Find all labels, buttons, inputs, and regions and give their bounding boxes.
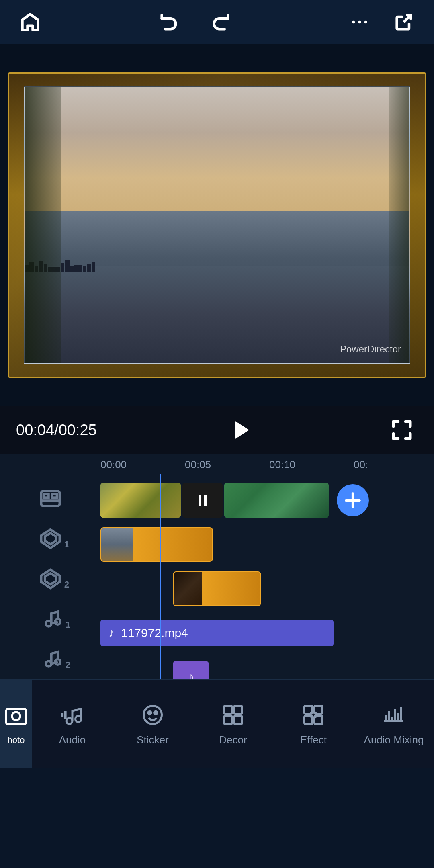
audio2-badge: 2 xyxy=(66,660,70,670)
timeline-area: 00:00 00:05 00:10 00: xyxy=(0,454,434,679)
audio-mixing-nav-icon xyxy=(380,701,408,729)
layer2-badge: 2 xyxy=(64,579,69,590)
audio1-name: 117972.mp4 xyxy=(121,626,188,640)
nav-sticker-label: Sticker xyxy=(137,734,168,746)
nav-audio-mixing-label: Audio Mixing xyxy=(364,734,424,746)
svg-rect-32 xyxy=(224,706,232,714)
video-clip-pause[interactable] xyxy=(182,483,223,518)
svg-point-31 xyxy=(154,711,158,714)
svg-rect-34 xyxy=(224,716,232,724)
main-track-label xyxy=(0,478,100,518)
nav-decor-label: Decor xyxy=(219,734,247,746)
layer1-clip[interactable] xyxy=(100,527,213,562)
layer2-clip[interactable] xyxy=(173,571,261,606)
svg-rect-35 xyxy=(234,716,242,724)
audio1-track: ♪ 117972.mp4 xyxy=(100,611,434,655)
redo-button[interactable] xyxy=(207,8,235,36)
svg-rect-7 xyxy=(52,494,57,497)
layer2-track-label: 2 xyxy=(0,559,100,599)
more-button[interactable] xyxy=(346,8,374,36)
nav-audio-label: Audio xyxy=(59,734,86,746)
svg-rect-33 xyxy=(234,706,242,714)
svg-point-24 xyxy=(12,712,20,720)
video-clip-1[interactable] xyxy=(100,483,181,518)
bottom-navigation: hoto Audio Sticker xyxy=(0,679,434,768)
nav-item-audio-mixing[interactable]: Audio Mixing xyxy=(354,680,434,768)
nav-item-decor[interactable]: Decor xyxy=(193,680,273,768)
export-button[interactable] xyxy=(390,8,418,36)
home-button[interactable] xyxy=(16,8,44,36)
svg-point-29 xyxy=(144,706,162,724)
video-frame-outer: PowerDirector xyxy=(8,72,426,378)
svg-point-2 xyxy=(364,20,367,23)
audio1-track-label: 1 xyxy=(0,599,100,639)
svg-marker-4 xyxy=(235,421,249,439)
svg-marker-10 xyxy=(45,533,56,544)
audio1-music-icon: ♪ xyxy=(108,626,115,640)
ruler-mark-10: 00:10 xyxy=(269,459,354,471)
playback-controls: 00:04/00:25 xyxy=(0,406,434,454)
layer1-track xyxy=(100,522,434,567)
effect-nav-icon xyxy=(299,701,328,729)
top-toolbar xyxy=(0,0,434,44)
nav-item-effect[interactable]: Effect xyxy=(273,680,354,768)
svg-point-30 xyxy=(148,711,151,714)
main-video-track xyxy=(100,478,434,522)
svg-point-1 xyxy=(358,20,361,23)
audio-nav-icon xyxy=(58,701,86,729)
tracks-content: ♪ 117972.mp4 ♪ xyxy=(100,474,434,679)
layer1-track-label: 1 xyxy=(0,518,100,559)
nav-photo-label: hoto xyxy=(8,735,25,745)
ruler-mark-next: 00: xyxy=(354,459,434,471)
add-clip-button[interactable] xyxy=(337,484,369,516)
svg-rect-6 xyxy=(44,494,48,497)
video-frame-inner: PowerDirector xyxy=(24,86,410,364)
playhead xyxy=(160,474,161,679)
nav-item-audio[interactable]: Audio xyxy=(32,680,113,768)
fullscreen-button[interactable] xyxy=(386,414,418,446)
audio2-clip[interactable]: ♪ xyxy=(173,661,209,679)
track-labels: 1 2 1 xyxy=(0,474,100,679)
audio2-track: ♪ xyxy=(100,655,434,679)
video-clip-2[interactable] xyxy=(224,483,329,518)
svg-point-0 xyxy=(352,20,355,23)
sticker-nav-icon xyxy=(139,701,167,729)
ruler-mark-0: 00:00 xyxy=(100,459,185,471)
audio2-music-icon: ♪ xyxy=(187,669,194,679)
layer1-badge: 1 xyxy=(64,539,69,550)
time-display: 00:04/00:25 xyxy=(16,422,97,439)
svg-point-40 xyxy=(311,712,317,718)
nav-item-sticker[interactable]: Sticker xyxy=(113,680,193,768)
video-preview-area: PowerDirector xyxy=(0,44,434,406)
decor-nav-icon xyxy=(219,701,247,729)
timeline-ruler: 00:00 00:05 00:10 00: xyxy=(0,454,434,474)
photo-icon xyxy=(2,702,30,730)
svg-marker-12 xyxy=(45,573,56,584)
svg-rect-19 xyxy=(199,495,201,506)
play-button[interactable] xyxy=(225,414,257,446)
audio1-badge: 1 xyxy=(66,620,70,630)
layer2-track xyxy=(100,567,434,611)
audio1-clip[interactable]: ♪ 117972.mp4 xyxy=(100,620,334,646)
nav-item-photo[interactable]: hoto xyxy=(0,680,32,768)
audio2-track-label: 2 xyxy=(0,639,100,679)
ruler-mark-5: 00:05 xyxy=(185,459,269,471)
undo-button[interactable] xyxy=(155,8,183,36)
svg-rect-20 xyxy=(204,495,207,506)
watermark: PowerDirector xyxy=(340,344,401,355)
nav-effect-label: Effect xyxy=(300,734,327,746)
